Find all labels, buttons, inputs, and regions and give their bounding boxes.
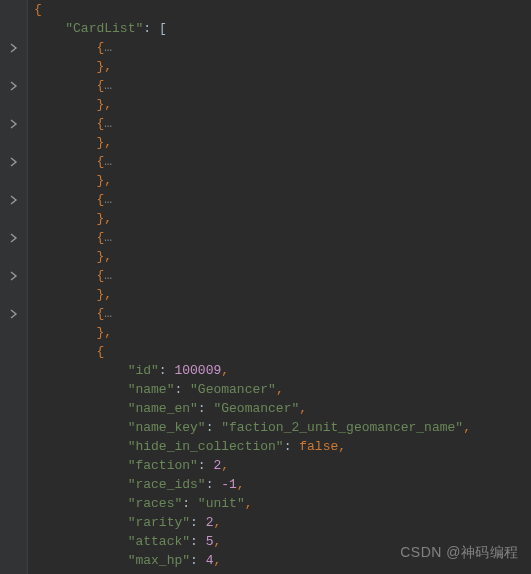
fold-chevron-icon[interactable] bbox=[9, 195, 19, 205]
code-line: "attack": 5, bbox=[28, 532, 531, 551]
code-line: "name_key": "faction_2_unit_geomancer_na… bbox=[28, 418, 531, 437]
code-line: "CardList": [ bbox=[28, 19, 531, 38]
code-line: }, bbox=[28, 247, 531, 266]
code-line: "max_hp": 4, bbox=[28, 551, 531, 570]
code-line: }, bbox=[28, 171, 531, 190]
code-line: }, bbox=[28, 95, 531, 114]
fold-chevron-icon[interactable] bbox=[9, 233, 19, 243]
code-editor: { "CardList": [ {… }, {… }, {… }, {… }, … bbox=[0, 0, 531, 574]
folded-object: {… bbox=[28, 38, 531, 57]
code-line: "name_en": "Geomancer", bbox=[28, 399, 531, 418]
code-line: }, bbox=[28, 57, 531, 76]
folded-object: {… bbox=[28, 76, 531, 95]
json-value: Geomancer bbox=[198, 382, 268, 397]
json-value: faction_2_unit_geomancer_name bbox=[229, 420, 455, 435]
fold-chevron-icon[interactable] bbox=[9, 43, 19, 53]
fold-chevron-icon[interactable] bbox=[9, 157, 19, 167]
folded-object: {… bbox=[28, 228, 531, 247]
code-line: "race_ids": -1, bbox=[28, 475, 531, 494]
code-line: }, bbox=[28, 323, 531, 342]
code-line: "rarity": 2, bbox=[28, 513, 531, 532]
code-line: "races": "unit", bbox=[28, 494, 531, 513]
json-value: unit bbox=[206, 496, 237, 511]
gutter bbox=[0, 0, 28, 574]
code-line: "hide_in_collection": false, bbox=[28, 437, 531, 456]
folded-object: {… bbox=[28, 114, 531, 133]
json-value: 100009 bbox=[174, 363, 221, 378]
folded-object: {… bbox=[28, 266, 531, 285]
fold-chevron-icon[interactable] bbox=[9, 309, 19, 319]
fold-chevron-icon[interactable] bbox=[9, 119, 19, 129]
json-value: false bbox=[299, 439, 338, 454]
folded-object: {… bbox=[28, 190, 531, 209]
code-line: "name": "Geomancer", bbox=[28, 380, 531, 399]
code-line: { bbox=[28, 342, 531, 361]
folded-object: {… bbox=[28, 304, 531, 323]
code-line: { bbox=[28, 0, 531, 19]
fold-chevron-icon[interactable] bbox=[9, 271, 19, 281]
code-line: }, bbox=[28, 133, 531, 152]
fold-chevron-icon[interactable] bbox=[9, 81, 19, 91]
code-area[interactable]: { "CardList": [ {… }, {… }, {… }, {… }, … bbox=[28, 0, 531, 574]
json-value: Geomancer bbox=[221, 401, 291, 416]
code-line: }, bbox=[28, 209, 531, 228]
code-line: "faction": 2, bbox=[28, 456, 531, 475]
json-key: CardList bbox=[73, 21, 135, 36]
code-line: "id": 100009, bbox=[28, 361, 531, 380]
folded-object: {… bbox=[28, 152, 531, 171]
code-line: }, bbox=[28, 285, 531, 304]
json-value: -1 bbox=[221, 477, 237, 492]
